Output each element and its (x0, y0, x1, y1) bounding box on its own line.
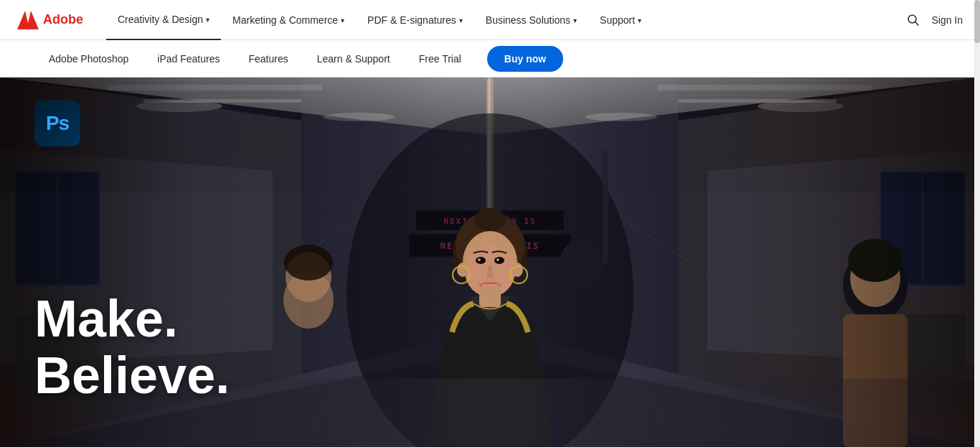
svg-line-1 (915, 22, 919, 25)
scrollbar[interactable] (974, 0, 980, 447)
chevron-down-icon: ▾ (638, 17, 641, 24)
hero-headline: Make. Believe. (34, 291, 230, 404)
search-icon (907, 14, 920, 27)
sub-nav-item-learn-support[interactable]: Learn & Support (303, 40, 405, 77)
hero-headline-line2: Believe. (34, 347, 230, 404)
sign-in-button[interactable]: Sign In (931, 14, 963, 26)
adobe-icon (17, 11, 39, 29)
chevron-down-icon: ▾ (573, 17, 577, 24)
ps-app-badge: Ps (34, 100, 80, 146)
buy-now-button[interactable]: Buy now (487, 46, 563, 72)
hero-section: NEXT STATION IS NEXT STATION IS (0, 77, 980, 447)
sub-nav-item-ipad-features[interactable]: iPad Features (143, 40, 234, 77)
hero-headline-line1: Make. (34, 291, 230, 347)
nav-item-business-solutions[interactable]: Business Solutions ▾ (474, 0, 588, 40)
sub-nav: Adobe Photoshop iPad Features Features L… (0, 40, 980, 77)
nav-item-support[interactable]: Support ▾ (588, 0, 653, 40)
top-nav: Adobe Creativity & Design ▾ Marketing & … (0, 0, 980, 40)
scrollbar-thumb[interactable] (974, 0, 980, 43)
nav-item-pdf-esignatures[interactable]: PDF & E-signatures ▾ (356, 0, 474, 40)
nav-item-creativity-design[interactable]: Creativity & Design ▾ (106, 0, 221, 40)
sub-nav-item-adobe-photoshop[interactable]: Adobe Photoshop (34, 40, 143, 77)
chevron-down-icon: ▾ (206, 16, 209, 24)
sub-nav-item-features[interactable]: Features (235, 40, 303, 77)
sub-nav-item-free-trial[interactable]: Free Trial (405, 40, 476, 77)
adobe-logo-wordmark: Adobe (43, 12, 83, 27)
nav-item-marketing-commerce[interactable]: Marketing & Commerce ▾ (221, 0, 356, 40)
adobe-logo[interactable]: Adobe (17, 11, 83, 29)
search-button[interactable] (907, 14, 920, 27)
nav-right-actions: Sign In (907, 14, 963, 27)
hero-text-block: Make. Believe. (34, 291, 230, 404)
chevron-down-icon: ▾ (459, 17, 463, 24)
ps-badge-text: Ps (46, 112, 69, 135)
chevron-down-icon: ▾ (341, 17, 344, 24)
main-nav-items: Creativity & Design ▾ Marketing & Commer… (106, 0, 907, 40)
